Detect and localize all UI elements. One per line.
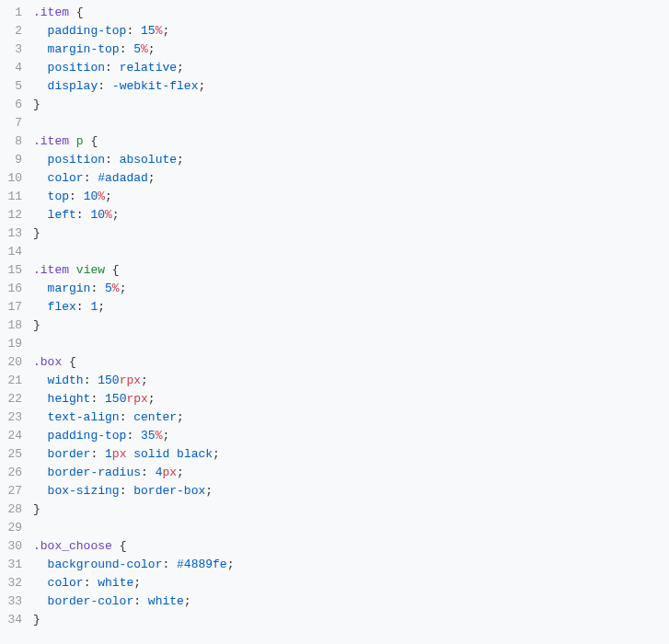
code-content[interactable]: .item { padding-top: 15%; margin-top: 5%… [33,0,669,644]
code-line[interactable]: border-color: white; [33,592,669,611]
code-line[interactable]: } [33,500,669,519]
code-line[interactable]: .item p { [33,132,669,151]
line-number: 17 [0,298,33,316]
code-line[interactable]: background-color: #4889fe; [33,556,669,574]
line-number: 15 [0,261,33,280]
code-line[interactable]: text-align: center; [33,408,669,427]
line-number: 7 [0,114,33,132]
code-line[interactable]: display: -webkit-flex; [33,77,669,96]
line-number: 24 [0,427,33,445]
code-line[interactable]: flex: 1; [33,298,669,316]
code-line[interactable]: .item view { [33,261,669,280]
line-number: 23 [0,408,33,427]
code-editor[interactable]: 1234567891011121314151617181920212223242… [0,0,669,644]
line-number: 13 [0,224,33,243]
code-line[interactable] [33,114,669,132]
line-number: 12 [0,206,33,224]
line-number: 2 [0,22,33,40]
line-number: 33 [0,592,33,611]
code-line[interactable]: padding-top: 15%; [33,22,669,40]
code-line[interactable]: color: #adadad; [33,169,669,188]
code-line[interactable]: .item { [33,4,669,22]
code-line[interactable]: height: 150rpx; [33,390,669,408]
code-line[interactable] [33,335,669,353]
code-line[interactable]: position: absolute; [33,151,669,169]
line-number: 6 [0,96,33,114]
line-number: 25 [0,445,33,464]
code-line[interactable]: .box { [33,353,669,372]
line-number: 3 [0,40,33,59]
code-line[interactable]: } [33,611,669,629]
code-line[interactable]: width: 150rpx; [33,372,669,390]
line-number: 9 [0,151,33,169]
line-number: 5 [0,77,33,96]
code-line[interactable]: margin: 5%; [33,280,669,298]
code-line[interactable]: margin-top: 5%; [33,40,669,59]
line-number: 21 [0,372,33,390]
line-number: 28 [0,500,33,519]
line-number: 26 [0,464,33,482]
line-number: 4 [0,59,33,77]
line-number: 16 [0,280,33,298]
line-number: 30 [0,537,33,556]
line-number: 14 [0,243,33,261]
code-line[interactable] [33,243,669,261]
line-number: 20 [0,353,33,372]
line-number: 27 [0,482,33,500]
line-number: 29 [0,519,33,537]
code-line[interactable]: border-radius: 4px; [33,464,669,482]
line-number: 32 [0,574,33,592]
line-number-gutter: 1234567891011121314151617181920212223242… [0,0,33,644]
code-line[interactable]: } [33,224,669,243]
code-line[interactable]: box-sizing: border-box; [33,482,669,500]
line-number: 19 [0,335,33,353]
line-number: 22 [0,390,33,408]
code-line[interactable]: top: 10%; [33,188,669,206]
line-number: 18 [0,316,33,335]
code-line[interactable]: border: 1px solid black; [33,445,669,464]
code-line[interactable] [33,519,669,537]
code-line[interactable]: .box_choose { [33,537,669,556]
line-number: 10 [0,169,33,188]
line-number: 31 [0,556,33,574]
line-number: 34 [0,611,33,629]
code-line[interactable]: padding-top: 35%; [33,427,669,445]
line-number: 11 [0,188,33,206]
code-line[interactable]: left: 10%; [33,206,669,224]
code-line[interactable]: } [33,316,669,335]
code-line[interactable]: position: relative; [33,59,669,77]
line-number: 1 [0,4,33,22]
code-line[interactable]: } [33,96,669,114]
line-number: 8 [0,132,33,151]
code-line[interactable]: color: white; [33,574,669,592]
